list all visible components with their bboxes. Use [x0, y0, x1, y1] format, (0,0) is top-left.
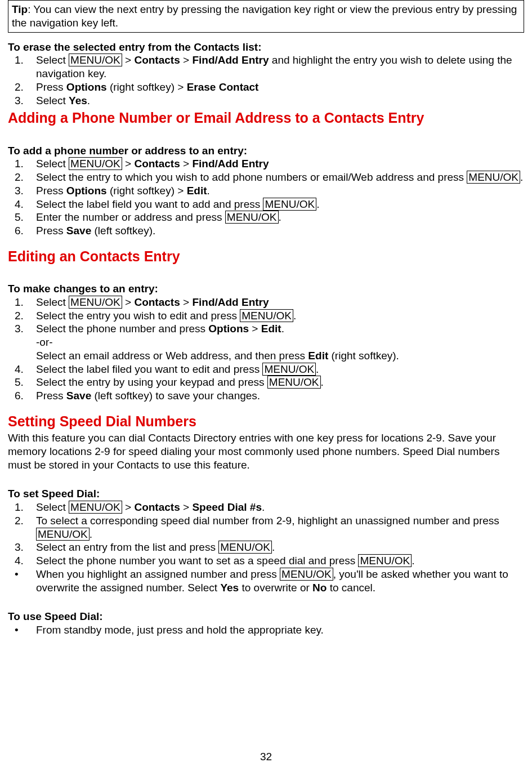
setspeed-bullet: •When you highlight an assigned number a…: [8, 568, 524, 595]
edit-step-3-alt: Select an email address or Web address, …: [8, 349, 524, 363]
heading-editing: Editing an Contacts Entry: [8, 248, 524, 265]
edit-step-1: 1.Select MENU/OK > Contacts > Find/Add E…: [8, 296, 524, 309]
setspeed-step-2: 2.To select a corresponding speed dial n…: [8, 514, 524, 541]
num-3: 3.: [15, 94, 36, 108]
bullet-icon: •: [15, 568, 36, 581]
add-step-2: 2.Select the entry to which you wish to …: [8, 171, 524, 184]
usespeed-bullet: •From standby mode, just press and hold …: [8, 623, 524, 637]
set-speed-title: To set Speed Dial:: [8, 487, 524, 501]
menu-ok-key: MENU/OK: [225, 211, 279, 224]
manual-page: Tip: You can view the next entry by pres…: [0, 0, 532, 767]
add-title: To add a phone number or address to an e…: [8, 144, 524, 158]
erase-step-2: 2.Press Options (right softkey) > Erase …: [8, 81, 524, 94]
add-step-6: 6.Press Save (left softkey).: [8, 224, 524, 238]
erase-step-3: 3.Select Yes.: [8, 94, 524, 108]
menu-ok-key: MENU/OK: [280, 568, 333, 581]
edit-step-6: 6.Press Save (left softkey) to save your…: [8, 389, 524, 403]
edit-step-5: 5.Select the entry by using your keypad …: [8, 376, 524, 389]
setspeed-step-4: 4.Select the phone number you want to se…: [8, 554, 524, 568]
page-number: 32: [0, 750, 532, 764]
heading-adding: Adding a Phone Number or Email Address t…: [8, 109, 524, 127]
menu-ok-key: MENU/OK: [36, 528, 90, 541]
use-speed-title: To use Speed Dial:: [8, 610, 524, 623]
menu-ok-key: MENU/OK: [467, 171, 520, 184]
menu-ok-key: MENU/OK: [267, 376, 321, 389]
menu-ok-key: MENU/OK: [69, 53, 122, 66]
menu-ok-key: MENU/OK: [69, 296, 122, 309]
edit-step-4: 4.Select the label filed you want to edi…: [8, 363, 524, 376]
add-step-3: 3.Press Options (right softkey) > Edit.: [8, 184, 524, 198]
tip-text: : You can view the next entry by pressin…: [12, 3, 517, 29]
add-step-5: 5.Enter the number or address and press …: [8, 211, 524, 224]
edit-title: To make changes to an entry:: [8, 282, 524, 296]
erase-step-1: 1.Select MENU/OK > Contacts > Find/Add E…: [8, 53, 524, 81]
menu-ok-key: MENU/OK: [263, 198, 316, 211]
menu-ok-key: MENU/OK: [218, 541, 272, 554]
erase-title: To erase the selected entry from the Con…: [8, 41, 524, 54]
add-step-1: 1.Select MENU/OK > Contacts > Find/Add E…: [8, 157, 524, 171]
edit-step-3-or: -or-: [8, 336, 524, 349]
menu-ok-key: MENU/OK: [262, 363, 316, 376]
add-step-4: 4.Select the label field you want to add…: [8, 198, 524, 211]
menu-ok-key: MENU/OK: [69, 157, 122, 170]
setspeed-step-3: 3.Select an entry from the list and pres…: [8, 541, 524, 554]
edit-step-2: 2.Select the entry you wish to edit and …: [8, 309, 524, 323]
bullet-icon: •: [15, 623, 36, 637]
num-2: 2.: [15, 81, 36, 94]
setspeed-step-1: 1.Select MENU/OK > Contacts > Speed Dial…: [8, 501, 524, 514]
tip-label: Tip: [12, 3, 28, 15]
speed-intro: With this feature you can dial Contacts …: [8, 431, 524, 471]
edit-step-3: 3.Select the phone number and press Opti…: [8, 322, 524, 336]
menu-ok-key: MENU/OK: [240, 309, 293, 322]
heading-speed-dial: Setting Speed Dial Numbers: [8, 413, 524, 430]
tip-box: Tip: You can view the next entry by pres…: [8, 0, 524, 33]
num-1: 1.: [15, 53, 36, 67]
menu-ok-key: MENU/OK: [358, 554, 412, 567]
menu-ok-key: MENU/OK: [69, 501, 122, 514]
